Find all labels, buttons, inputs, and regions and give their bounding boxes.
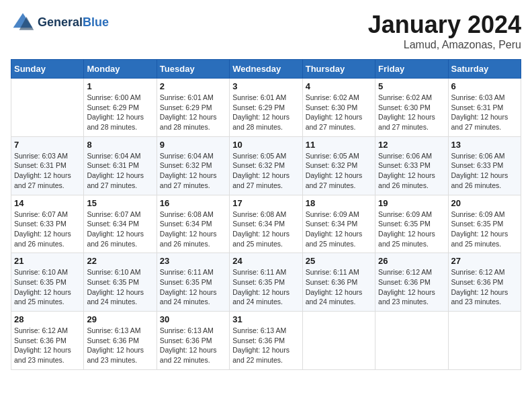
day-info: Sunrise: 6:11 AM Sunset: 6:36 PM Dayligh…	[306, 267, 372, 307]
day-info: Sunrise: 6:05 AM Sunset: 6:32 PM Dayligh…	[232, 151, 299, 191]
day-info: Sunrise: 6:02 AM Sunset: 6:30 PM Dayligh…	[378, 93, 445, 132]
logo-text-general: GeneralBlue	[38, 16, 109, 30]
day-info: Sunrise: 6:06 AM Sunset: 6:33 PM Dayligh…	[451, 151, 518, 191]
calendar-cell: 28Sunrise: 6:12 AM Sunset: 6:36 PM Dayli…	[11, 312, 84, 370]
calendar-cell	[448, 312, 521, 370]
day-number: 7	[14, 140, 81, 150]
calendar-title: January 2024	[368, 11, 521, 39]
day-info: Sunrise: 6:01 AM Sunset: 6:29 PM Dayligh…	[160, 93, 226, 132]
calendar-cell: 12Sunrise: 6:06 AM Sunset: 6:33 PM Dayli…	[375, 136, 448, 195]
day-number: 19	[378, 198, 445, 208]
day-number: 29	[87, 314, 153, 324]
calendar-cell: 30Sunrise: 6:13 AM Sunset: 6:36 PM Dayli…	[157, 312, 229, 370]
day-number: 21	[14, 256, 81, 266]
day-info: Sunrise: 6:09 AM Sunset: 6:34 PM Dayligh…	[306, 210, 372, 249]
day-info: Sunrise: 6:13 AM Sunset: 6:36 PM Dayligh…	[87, 326, 153, 365]
header-tuesday: Tuesday	[157, 60, 229, 79]
day-info: Sunrise: 6:10 AM Sunset: 6:35 PM Dayligh…	[14, 267, 81, 307]
day-number: 3	[232, 81, 299, 91]
day-number: 8	[87, 140, 153, 150]
day-info: Sunrise: 6:10 AM Sunset: 6:35 PM Dayligh…	[87, 267, 153, 307]
day-info: Sunrise: 6:03 AM Sunset: 6:31 PM Dayligh…	[451, 93, 518, 132]
day-info: Sunrise: 6:11 AM Sunset: 6:35 PM Dayligh…	[160, 267, 226, 307]
day-info: Sunrise: 6:09 AM Sunset: 6:35 PM Dayligh…	[451, 210, 518, 249]
day-number: 30	[160, 314, 226, 324]
calendar-subtitle: Lamud, Amazonas, Peru	[368, 39, 521, 51]
calendar-cell: 1Sunrise: 6:00 AM Sunset: 6:29 PM Daylig…	[84, 79, 157, 137]
calendar-cell: 10Sunrise: 6:05 AM Sunset: 6:32 PM Dayli…	[230, 136, 302, 195]
calendar-cell: 23Sunrise: 6:11 AM Sunset: 6:35 PM Dayli…	[157, 253, 229, 312]
calendar-cell: 8Sunrise: 6:04 AM Sunset: 6:31 PM Daylig…	[84, 136, 157, 195]
header-monday: Monday	[84, 60, 157, 79]
calendar-cell: 13Sunrise: 6:06 AM Sunset: 6:33 PM Dayli…	[448, 136, 521, 195]
day-info: Sunrise: 6:04 AM Sunset: 6:32 PM Dayligh…	[160, 151, 226, 191]
day-number: 10	[232, 140, 299, 150]
day-info: Sunrise: 6:00 AM Sunset: 6:29 PM Dayligh…	[87, 93, 153, 132]
day-info: Sunrise: 6:02 AM Sunset: 6:30 PM Dayligh…	[306, 93, 372, 132]
day-number: 23	[160, 256, 226, 266]
calendar-cell: 6Sunrise: 6:03 AM Sunset: 6:31 PM Daylig…	[448, 79, 521, 137]
day-number: 6	[451, 81, 518, 91]
day-number: 2	[160, 81, 226, 91]
day-number: 1	[87, 81, 153, 91]
day-number: 22	[87, 256, 153, 266]
day-info: Sunrise: 6:07 AM Sunset: 6:34 PM Dayligh…	[87, 210, 153, 249]
day-info: Sunrise: 6:06 AM Sunset: 6:33 PM Dayligh…	[378, 151, 445, 191]
page-header: GeneralBlue January 2024 Lamud, Amazonas…	[11, 11, 521, 51]
calendar-week-3: 14Sunrise: 6:07 AM Sunset: 6:33 PM Dayli…	[11, 195, 521, 253]
calendar-cell: 18Sunrise: 6:09 AM Sunset: 6:34 PM Dayli…	[302, 195, 375, 253]
day-number: 28	[14, 314, 81, 324]
calendar-week-1: 1Sunrise: 6:00 AM Sunset: 6:29 PM Daylig…	[11, 79, 521, 137]
header-friday: Friday	[375, 60, 448, 79]
day-info: Sunrise: 6:12 AM Sunset: 6:36 PM Dayligh…	[14, 326, 81, 365]
day-info: Sunrise: 6:07 AM Sunset: 6:33 PM Dayligh…	[14, 210, 81, 249]
day-info: Sunrise: 6:08 AM Sunset: 6:34 PM Dayligh…	[160, 210, 226, 249]
day-info: Sunrise: 6:08 AM Sunset: 6:34 PM Dayligh…	[232, 210, 299, 249]
calendar-cell: 9Sunrise: 6:04 AM Sunset: 6:32 PM Daylig…	[157, 136, 229, 195]
day-info: Sunrise: 6:12 AM Sunset: 6:36 PM Dayligh…	[378, 267, 445, 307]
day-number: 4	[306, 81, 372, 91]
day-number: 13	[451, 140, 518, 150]
calendar-cell	[11, 79, 84, 137]
day-number: 16	[160, 198, 226, 208]
calendar-cell: 15Sunrise: 6:07 AM Sunset: 6:34 PM Dayli…	[84, 195, 157, 253]
calendar-cell: 25Sunrise: 6:11 AM Sunset: 6:36 PM Dayli…	[302, 253, 375, 312]
day-number: 20	[451, 198, 518, 208]
logo: GeneralBlue	[11, 11, 109, 35]
calendar-cell: 22Sunrise: 6:10 AM Sunset: 6:35 PM Dayli…	[84, 253, 157, 312]
header-thursday: Thursday	[302, 60, 375, 79]
header-sunday: Sunday	[11, 60, 84, 79]
calendar-cell: 14Sunrise: 6:07 AM Sunset: 6:33 PM Dayli…	[11, 195, 84, 253]
day-number: 17	[232, 198, 299, 208]
day-info: Sunrise: 6:13 AM Sunset: 6:36 PM Dayligh…	[232, 326, 299, 365]
day-info: Sunrise: 6:13 AM Sunset: 6:36 PM Dayligh…	[160, 326, 226, 365]
day-number: 14	[14, 198, 81, 208]
calendar-table: SundayMondayTuesdayWednesdayThursdayFrid…	[11, 59, 521, 370]
day-info: Sunrise: 6:03 AM Sunset: 6:31 PM Dayligh…	[14, 151, 81, 191]
day-info: Sunrise: 6:09 AM Sunset: 6:35 PM Dayligh…	[378, 210, 445, 249]
calendar-cell	[302, 312, 375, 370]
day-number: 9	[160, 140, 226, 150]
day-number: 15	[87, 198, 153, 208]
day-number: 18	[306, 198, 372, 208]
day-number: 5	[378, 81, 445, 91]
day-number: 25	[306, 256, 372, 266]
day-number: 12	[378, 140, 445, 150]
calendar-cell: 11Sunrise: 6:05 AM Sunset: 6:32 PM Dayli…	[302, 136, 375, 195]
calendar-cell: 17Sunrise: 6:08 AM Sunset: 6:34 PM Dayli…	[230, 195, 302, 253]
day-info: Sunrise: 6:01 AM Sunset: 6:29 PM Dayligh…	[232, 93, 299, 132]
header-saturday: Saturday	[448, 60, 521, 79]
header-wednesday: Wednesday	[230, 60, 302, 79]
calendar-cell: 5Sunrise: 6:02 AM Sunset: 6:30 PM Daylig…	[375, 79, 448, 137]
logo-icon	[11, 11, 35, 35]
calendar-cell: 19Sunrise: 6:09 AM Sunset: 6:35 PM Dayli…	[375, 195, 448, 253]
day-number: 27	[451, 256, 518, 266]
day-info: Sunrise: 6:12 AM Sunset: 6:36 PM Dayligh…	[451, 267, 518, 307]
day-number: 31	[232, 314, 299, 324]
calendar-cell	[375, 312, 448, 370]
calendar-cell: 7Sunrise: 6:03 AM Sunset: 6:31 PM Daylig…	[11, 136, 84, 195]
calendar-cell: 20Sunrise: 6:09 AM Sunset: 6:35 PM Dayli…	[448, 195, 521, 253]
calendar-week-4: 21Sunrise: 6:10 AM Sunset: 6:35 PM Dayli…	[11, 253, 521, 312]
day-info: Sunrise: 6:05 AM Sunset: 6:32 PM Dayligh…	[306, 151, 372, 191]
calendar-cell: 26Sunrise: 6:12 AM Sunset: 6:36 PM Dayli…	[375, 253, 448, 312]
